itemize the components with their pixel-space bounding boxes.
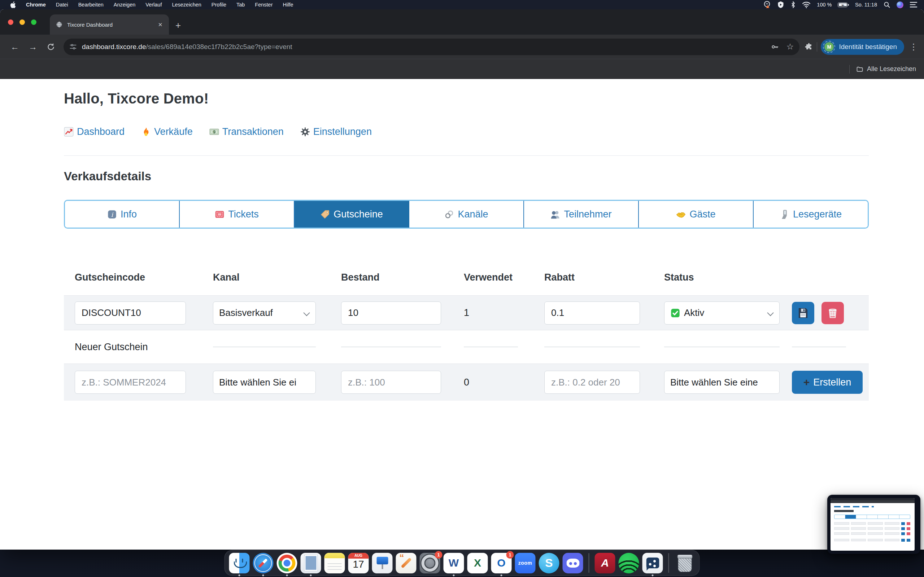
creative-cloud-icon[interactable] xyxy=(763,1,771,9)
banknote-icon: $ xyxy=(209,127,219,137)
dock-icon-mail[interactable] xyxy=(300,553,321,574)
dock-icon-acrobat[interactable]: A xyxy=(595,553,615,574)
browser-menu-icon[interactable]: ⋮ xyxy=(909,42,918,52)
new-status-select[interactable]: Bitte wählen Sie eine xyxy=(664,371,780,394)
tab-gaeste[interactable]: Gäste xyxy=(639,201,754,227)
new-rabatt-input[interactable] xyxy=(544,371,640,394)
minimize-window-button[interactable] xyxy=(19,19,25,25)
back-icon[interactable]: ← xyxy=(10,42,19,52)
menubar-item-datei[interactable]: Datei xyxy=(56,2,68,8)
notification-badge: 1 xyxy=(506,551,514,559)
dock-icon-outlook[interactable]: O1 xyxy=(491,553,512,574)
delete-button[interactable] xyxy=(822,302,844,324)
nav-link-verkaeufe[interactable]: Verkäufe xyxy=(141,126,193,137)
dock-icon-excel[interactable]: X xyxy=(467,553,488,574)
rabatt-input[interactable] xyxy=(544,301,640,324)
close-window-button[interactable] xyxy=(8,19,13,25)
nav-link-dashboard[interactable]: Dashboard xyxy=(64,126,124,137)
menubar-item-hilfe[interactable]: Hilfe xyxy=(283,2,294,8)
dock-icon-shareapp[interactable] xyxy=(643,553,663,574)
all-bookmarks-button[interactable]: Alle Lesezeichen xyxy=(856,65,916,73)
dock-icon-pages[interactable] xyxy=(396,553,417,574)
create-button[interactable]: + Erstellen xyxy=(792,371,863,394)
dock-icon-zoom[interactable]: zoom xyxy=(515,553,536,574)
forward-icon[interactable]: → xyxy=(29,42,37,52)
running-indicator-dot xyxy=(262,574,264,576)
menubar-item-tab[interactable]: Tab xyxy=(236,2,245,8)
reload-icon[interactable] xyxy=(47,43,55,51)
dock-icon-safari[interactable] xyxy=(253,553,274,574)
tab-teilnehmer[interactable]: Teilnehmer xyxy=(524,201,639,227)
menubar-app-name[interactable]: Chrome xyxy=(26,2,46,8)
col-header-verwendet: Verwendet xyxy=(453,272,533,283)
site-settings-icon[interactable] xyxy=(69,43,77,50)
tab-gutscheine[interactable]: Gutscheine xyxy=(294,201,409,227)
siri-icon[interactable] xyxy=(897,2,903,8)
menubar-item-lesezeichen[interactable]: Lesezeichen xyxy=(172,2,201,8)
dock-icon-discord[interactable] xyxy=(563,553,583,574)
page-title: Hallo, Tixcore Demo! xyxy=(64,90,866,107)
bookmark-star-icon[interactable]: ☆ xyxy=(787,42,794,52)
detail-tabs: iInfoTicketsGutscheineKanäleTeilnehmerGä… xyxy=(64,200,869,229)
bluetooth-icon[interactable] xyxy=(790,1,796,8)
bestand-input[interactable] xyxy=(341,301,441,324)
dock-icon-word[interactable]: W xyxy=(444,553,464,574)
dock-icon-notes[interactable] xyxy=(325,553,345,574)
spotlight-search-icon[interactable] xyxy=(883,1,890,8)
menubar-item-fenster[interactable]: Fenster xyxy=(255,2,273,8)
shield-app-icon[interactable] xyxy=(777,1,784,8)
svg-text:$: $ xyxy=(213,130,215,134)
new-bestand-input[interactable] xyxy=(341,371,441,394)
col-header-status: Status xyxy=(653,272,781,283)
dock-icon-keynote[interactable] xyxy=(372,553,393,574)
dock-icon-settings[interactable]: 1 xyxy=(420,553,440,574)
tab-lesegeraete[interactable]: Lesegeräte xyxy=(754,201,868,227)
screenshot-preview-thumbnail[interactable] xyxy=(827,495,921,554)
tag-icon xyxy=(320,210,330,219)
divider xyxy=(64,155,869,156)
gutscheincode-input[interactable] xyxy=(75,301,186,324)
info-icon: i xyxy=(107,210,117,219)
tab-kanaele[interactable]: Kanäle xyxy=(409,201,524,227)
dock-icon-trash[interactable] xyxy=(675,553,695,574)
calendar-day: 17 xyxy=(348,559,369,570)
battery-icon[interactable]: ⌁ xyxy=(838,3,849,7)
kanal-select[interactable]: Basisverkauf xyxy=(213,301,316,324)
address-bar[interactable]: dashboard.tixcore.de/sales/689a14e038ec1… xyxy=(63,39,800,55)
tab-tickets[interactable]: Tickets xyxy=(180,201,294,227)
tab-info[interactable]: iInfo xyxy=(65,201,180,227)
apple-menu-icon[interactable] xyxy=(10,2,16,8)
status-select[interactable]: Aktiv xyxy=(664,301,780,324)
save-button[interactable] xyxy=(792,302,814,324)
new-tab-button[interactable]: + xyxy=(175,20,181,31)
page-nav: DashboardVerkäufe$TransaktionenEinstellu… xyxy=(64,126,866,137)
wifi-icon[interactable] xyxy=(802,1,811,8)
running-indicator-dot xyxy=(310,574,312,576)
menubar-clock[interactable]: So. 11:18 xyxy=(855,2,877,8)
menubar-item-anzeigen[interactable]: Anzeigen xyxy=(114,2,135,8)
dock-icon-spotify[interactable] xyxy=(619,553,639,574)
menubar-item-profile[interactable]: Profile xyxy=(212,2,226,8)
browser-tab[interactable]: Tixcore Dashboard × xyxy=(50,15,169,35)
nav-link-label: Einstellungen xyxy=(313,126,372,137)
tab-close-icon[interactable]: × xyxy=(157,21,164,29)
dock-icon-skype[interactable]: S xyxy=(539,553,559,574)
section-title: Verkaufsdetails xyxy=(64,169,866,183)
maximize-window-button[interactable] xyxy=(31,19,36,25)
chevron-down-icon xyxy=(303,309,310,316)
menubar-item-bearbeiten[interactable]: Bearbeiten xyxy=(78,2,103,8)
nav-link-einstellungen[interactable]: Einstellungen xyxy=(300,126,372,137)
empty-cell-line xyxy=(544,347,640,347)
password-key-icon[interactable] xyxy=(771,43,779,51)
dock-icon-chrome[interactable] xyxy=(277,553,297,574)
dock-icon-finder[interactable] xyxy=(229,553,250,574)
new-kanal-select[interactable]: Bitte wählen Sie ei xyxy=(213,371,316,394)
dock-icon-calendar[interactable]: AUG17 xyxy=(348,553,369,574)
new-code-input[interactable] xyxy=(75,371,186,394)
extensions-puzzle-icon[interactable] xyxy=(804,43,813,51)
control-center-icon[interactable] xyxy=(909,2,918,8)
identity-confirm-button[interactable]: M Identität bestätigen xyxy=(821,39,904,55)
menubar-item-verlauf[interactable]: Verlauf xyxy=(145,2,162,8)
notification-badge: 1 xyxy=(435,551,443,559)
nav-link-transaktionen[interactable]: $Transaktionen xyxy=(209,126,284,137)
